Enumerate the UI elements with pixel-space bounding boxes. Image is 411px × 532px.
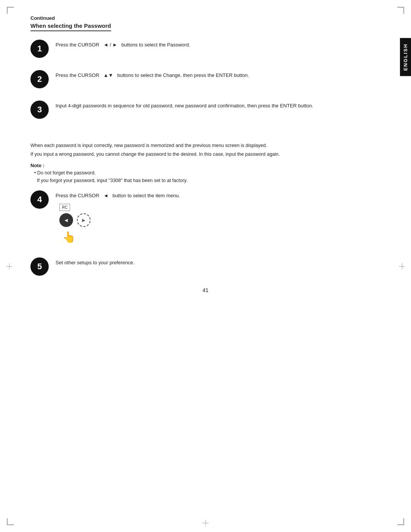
step-4-content: Press the CURSOR ◄ button to select the … — [56, 190, 381, 246]
bullet-2: If you input a wrong password, you canno… — [30, 150, 381, 158]
step-5-row: 5 Set other setups to your preference. — [30, 257, 381, 276]
step-3-row: 3 Input 4-digit passwords in sequence fo… — [30, 100, 381, 130]
step-4-text: Press the CURSOR ◄ button to select the … — [56, 192, 381, 200]
cross-mark-bottom — [202, 520, 209, 526]
step-1-row: 1 Press the CURSOR ◄ / ► buttons to sele… — [30, 39, 381, 58]
rc-left-button: ◄ — [59, 213, 73, 227]
step-2-row: 2 Press the CURSOR ▲▼ buttons to select … — [30, 69, 381, 88]
step-1-circle: 1 — [30, 40, 49, 58]
step-2-circle: 2 — [30, 70, 49, 88]
remote-illustration: RC ◄ ► 👆 — [59, 204, 381, 245]
note-item-1: • Do not forget the password. — [34, 169, 381, 177]
note-item-2: If you forgot your password, input "3308… — [34, 177, 381, 184]
page-container: ENGLISH Continued When selecting the Pas… — [0, 0, 411, 532]
step-4-row: 4 Press the CURSOR ◄ button to select th… — [30, 190, 381, 246]
rc-label: RC — [59, 204, 70, 211]
step-1-text: Press the CURSOR ◄ / ► buttons to select… — [56, 42, 190, 48]
section-title: When selecting the Password — [30, 22, 111, 31]
step-3-text: Input 4-digit passwords in sequence for … — [56, 103, 313, 109]
corner-mark-tl — [7, 7, 14, 14]
rc-right-button-dashed: ► — [77, 213, 91, 227]
step-1-content: Press the CURSOR ◄ / ► buttons to select… — [56, 39, 381, 49]
page-number: 41 — [30, 287, 381, 293]
corner-mark-tr — [397, 7, 404, 14]
step-5-content: Set other setups to your preference. — [56, 257, 381, 267]
step-2-content: Press the CURSOR ▲▼ buttons to select th… — [56, 69, 381, 79]
step-3-content: Input 4-digit passwords in sequence for … — [56, 100, 381, 130]
step-4-circle: 4 — [30, 190, 49, 209]
corner-mark-br — [397, 518, 404, 525]
continued-label: Continued — [30, 15, 381, 21]
step-3-circle: 3 — [30, 101, 49, 119]
rc-buttons-row: ◄ ► — [59, 213, 91, 227]
hand-icon: 👆 — [62, 229, 76, 245]
step-5-text: Set other setups to your preference. — [56, 260, 134, 265]
bullet-1: When each password is input correctly, n… — [30, 142, 381, 150]
cross-mark-left — [6, 263, 12, 269]
note-section: Note : • Do not forget the password. If … — [30, 163, 381, 184]
step-2-text: Press the CURSOR ▲▼ buttons to select th… — [56, 72, 249, 78]
step-5-circle: 5 — [30, 257, 49, 276]
notes-section: When each password is input correctly, n… — [30, 142, 381, 159]
cross-mark-right — [399, 263, 405, 269]
note-title: Note : — [30, 163, 381, 168]
corner-mark-bl — [7, 518, 14, 525]
english-tab: ENGLISH — [400, 38, 411, 76]
